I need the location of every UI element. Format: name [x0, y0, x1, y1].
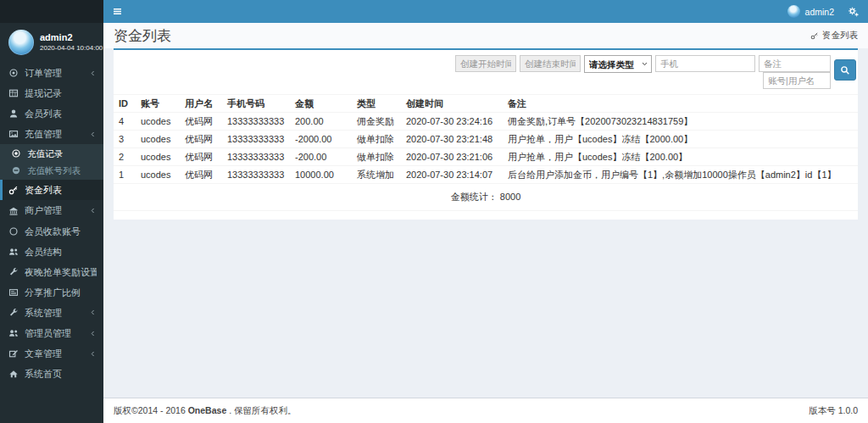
footer: 版权©2014 - 2016 OneBase . 保留所有权利。 版本号 1.0… — [103, 398, 868, 423]
image-icon — [8, 129, 19, 139]
table-cell: 用户抢单，用户【ucodes】冻结【200.00】 — [503, 148, 858, 166]
sidebar-item-label: 系统首页 — [25, 369, 62, 379]
column-header: 用户名 — [180, 95, 222, 113]
sidebar: admin2 2020-04-04 10:04:00 订单管理提现记录会员列表充… — [0, 0, 103, 423]
sidebar-item-orders[interactable]: 订单管理 — [0, 63, 103, 83]
table-cell: 2 — [114, 148, 136, 166]
sidebar-item-label: 商户管理 — [25, 205, 62, 215]
sidebar-item-withdraw-records[interactable]: 提现记录 — [0, 83, 103, 103]
newspaper-icon — [8, 287, 19, 298]
table-cell: 10000.00 — [290, 166, 352, 184]
table-header-row: ID账号用户名手机号码金额类型创建时间备注 — [114, 95, 858, 113]
table-cell: 用户抢单，用户【ucodes】冻结【2000.00】 — [503, 131, 858, 148]
content: 资金列表 资金列表 请选择类型 — [103, 23, 868, 398]
table-cell: 2020-07-30 23:24:16 — [401, 113, 503, 131]
column-header: 手机号码 — [222, 95, 290, 113]
end-time-input[interactable] — [520, 55, 581, 72]
type-select[interactable]: 请选择类型 — [584, 55, 652, 73]
users-icon — [8, 328, 19, 338]
menu-toggle-button[interactable] — [112, 6, 123, 17]
key-icon — [8, 185, 19, 195]
sidebar-user-datetime: 2020-04-04 10:04:00 — [40, 44, 97, 53]
summary-value: 8000 — [500, 192, 520, 202]
breadcrumb[interactable]: 资金列表 — [810, 30, 858, 42]
sidebar-item-night-order-reward[interactable]: 夜晚抢单奖励设置 — [0, 262, 103, 282]
table-cell: 2020-07-30 23:21:06 — [401, 148, 503, 166]
column-header: 类型 — [352, 95, 401, 113]
account-input[interactable] — [763, 72, 831, 89]
sidebar-user-panel: admin2 2020-04-04 10:04:00 — [0, 23, 103, 63]
sidebar-item-label: 充值帐号列表 — [27, 166, 81, 176]
sidebar-item-system[interactable]: 系统管理 — [0, 303, 103, 323]
table-cell: 2020-07-30 23:21:48 — [401, 131, 503, 148]
settings-cogs-icon[interactable] — [848, 6, 860, 18]
table-cell: -200.00 — [290, 148, 352, 166]
sidebar-item-label: 提现记录 — [25, 88, 62, 98]
column-header: 账号 — [136, 95, 180, 113]
sidebar-item-recharge-accounts[interactable]: 充值帐号列表 — [0, 162, 103, 179]
sidebar-item-label: 充值管理 — [25, 129, 62, 139]
table-cell: 优码网 — [180, 131, 222, 148]
table-cell: 做单扣除 — [352, 131, 401, 148]
avatar — [8, 30, 34, 55]
search-button[interactable] — [834, 59, 856, 81]
table-row: 3ucodes优码网13333333333-2000.00做单扣除2020-07… — [114, 131, 858, 148]
table-cell: 13333333333 — [222, 113, 290, 131]
table-icon — [8, 88, 19, 98]
summary-row: 金额统计： 8000 — [114, 184, 858, 211]
table-cell: 优码网 — [180, 113, 222, 131]
wrench-icon — [8, 308, 19, 318]
table-cell: ucodes — [136, 113, 180, 131]
table-row: 1ucodes优码网1333333333310000.00系统增加2020-07… — [114, 166, 858, 184]
topbar-user-menu[interactable]: admin2 — [787, 5, 834, 18]
table-cell: 13333333333 — [222, 166, 290, 184]
filter-bar: 请选择类型 — [114, 50, 858, 91]
table-cell: 3 — [114, 131, 136, 148]
sidebar-item-label: 会员收款账号 — [25, 226, 81, 237]
sidebar-item-label: 会员结构 — [25, 247, 62, 257]
topbar-avatar — [787, 5, 800, 18]
sidebar-item-funds-list[interactable]: 资金列表 — [0, 180, 103, 200]
remark-input[interactable] — [759, 55, 831, 72]
summary-label: 金额统计： — [451, 192, 498, 202]
user-icon — [8, 109, 19, 119]
breadcrumb-label: 资金列表 — [822, 30, 858, 42]
search-icon — [840, 65, 850, 75]
chevron-left-icon — [89, 350, 97, 358]
sidebar-item-home[interactable]: 系统首页 — [0, 364, 103, 384]
sidebar-item-label: 充值记录 — [27, 149, 63, 159]
sidebar-item-recharge-records[interactable]: 充值记录 — [0, 145, 103, 162]
column-header: ID — [114, 95, 136, 113]
sidebar-item-articles[interactable]: 文章管理 — [0, 343, 103, 364]
chevron-left-icon — [89, 309, 97, 316]
key-icon — [810, 31, 819, 40]
sidebar-item-member-list[interactable]: 会员列表 — [0, 103, 103, 124]
sidebar-item-merchants[interactable]: 商户管理 — [0, 200, 103, 220]
sidebar-item-admins[interactable]: 管理员管理 — [0, 323, 103, 343]
table-cell: 系统增加 — [352, 166, 401, 184]
chevron-left-icon — [89, 330, 97, 337]
column-header: 备注 — [503, 95, 858, 113]
table-cell: 13333333333 — [222, 148, 290, 166]
app-root: admin2 2020-04-04 10:04:00 订单管理提现记录会员列表充… — [0, 0, 868, 423]
sidebar-item-share-ratio[interactable]: 分享推广比例 — [0, 282, 103, 303]
table-cell: ucodes — [136, 148, 180, 166]
sidebar-item-label: 系统管理 — [25, 308, 62, 318]
disc-icon — [11, 148, 21, 159]
sidebar-item-member-payment-accounts[interactable]: 会员收款账号 — [0, 221, 103, 242]
wrench-icon — [8, 267, 19, 277]
sidebar-item-label: 分享推广比例 — [25, 287, 81, 298]
sidebar-item-member-structure[interactable]: 会员结构 — [0, 242, 103, 262]
sidebar-item-recharge[interactable]: 充值管理 — [0, 124, 103, 144]
table-cell: 200.00 — [290, 113, 352, 131]
chevron-left-icon — [89, 131, 97, 138]
sidebar-item-label: 文章管理 — [25, 348, 62, 359]
funds-table: ID账号用户名手机号码金额类型创建时间备注 4ucodes优码网13333333… — [114, 94, 858, 184]
start-time-input[interactable] — [455, 55, 516, 72]
circle-dot-icon — [8, 68, 19, 78]
home-icon — [8, 369, 19, 379]
phone-input[interactable] — [655, 55, 755, 72]
table-cell: 2020-07-30 23:14:07 — [401, 166, 503, 184]
sidebar-item-label: 资金列表 — [25, 185, 62, 195]
users-icon — [8, 247, 19, 257]
